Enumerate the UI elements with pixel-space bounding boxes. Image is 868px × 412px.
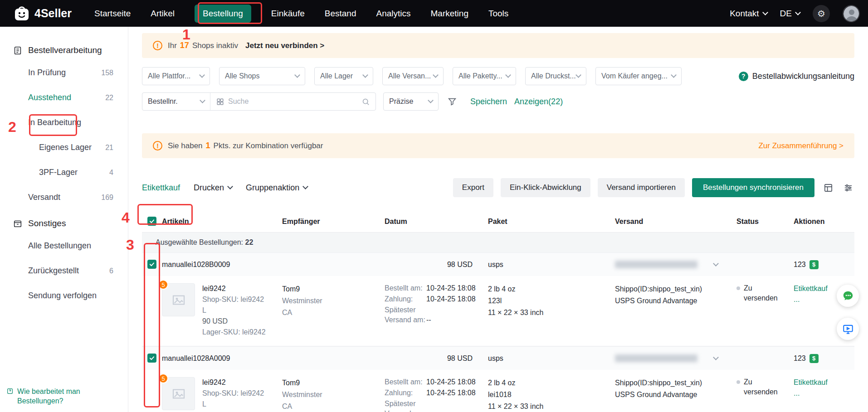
label-purchase-button[interactable]: Etikettkauf <box>142 183 180 193</box>
chevron-down-icon <box>199 72 205 78</box>
filter-shops[interactable]: Alle Shops <box>219 67 305 85</box>
package-code: lei1018 <box>488 389 615 401</box>
advanced-filter-button[interactable] <box>446 95 458 108</box>
item-price: 90 USD <box>202 316 266 327</box>
filter-versand[interactable]: Alle Versan... <box>382 67 444 85</box>
nav-tools[interactable]: Tools <box>488 9 508 19</box>
product-name[interactable]: lei9242 <box>202 283 266 294</box>
sidebar-item-eigenes-lager[interactable]: Eigenes Lager 21 <box>0 135 128 160</box>
export-button[interactable]: Export <box>453 178 493 197</box>
table-view-button[interactable] <box>822 181 834 194</box>
product-name[interactable]: lei9242 <box>202 377 266 388</box>
selected-orders-bar: Ausgewählte Bestellungen: 22 <box>142 233 854 252</box>
sidebar-item-versandt[interactable]: Versandt 169 <box>0 185 128 210</box>
help-link[interactable]: Wie bearbeitet man Bestellungen? <box>6 387 106 406</box>
sidebar-item-3pf-lager[interactable]: 3PF-Lager 4 <box>0 160 128 185</box>
select-all-checkbox[interactable] <box>147 217 156 226</box>
fulfillment-guide-link[interactable]: ? Bestellabwicklungsanleitung <box>739 72 854 81</box>
save-filter-link[interactable]: Speichern <box>470 97 507 107</box>
nav-analytics[interactable]: Analytics <box>376 9 411 19</box>
chevron-down-icon <box>294 72 300 78</box>
nav-startseite[interactable]: Startseite <box>94 9 131 19</box>
status-dot <box>736 380 740 384</box>
order-id[interactable]: manuallei1028A0009 <box>162 354 282 363</box>
count-badge: 6 <box>109 267 113 275</box>
app-logo[interactable]: 4Seller <box>14 5 72 22</box>
sync-orders-button[interactable]: Bestellungen synchronisieren <box>692 178 814 197</box>
chevron-down-icon[interactable] <box>713 354 719 360</box>
nav-bestand[interactable]: Bestand <box>325 9 356 19</box>
video-help-button[interactable] <box>837 318 859 340</box>
gear-icon: ⚙ <box>817 8 825 19</box>
item-price: 90 USD <box>202 410 266 412</box>
search-input[interactable] <box>228 97 358 106</box>
status-badge: Zu versenden <box>744 283 781 303</box>
nav-bestellung[interactable]: Bestellung <box>195 5 251 23</box>
filter-kaeufer[interactable]: Vom Käufer angeg... <box>595 67 682 85</box>
product-thumbnail[interactable]: 5 <box>162 283 195 316</box>
show-results-link[interactable]: Anzeigen(22) <box>514 97 563 107</box>
chevron-down-icon <box>200 97 205 103</box>
match-mode-select[interactable]: Präzise <box>383 92 439 111</box>
count-badge: 169 <box>101 194 113 202</box>
warning-icon: ! <box>153 41 162 50</box>
variant: L <box>202 305 266 316</box>
chevron-down-icon <box>575 72 581 78</box>
import-shipping-button[interactable]: Versand importieren <box>598 178 685 197</box>
column-settings-button[interactable] <box>842 181 854 194</box>
support-chat-button[interactable] <box>837 285 859 307</box>
order-id[interactable]: manuallei1028B0009 <box>162 261 282 269</box>
search-icon[interactable] <box>361 97 370 106</box>
order-checkbox[interactable] <box>147 260 156 269</box>
one-click-fulfillment-button[interactable]: Ein-Klick-Abwicklung <box>501 178 590 197</box>
filter-druckstatus[interactable]: Alle Druckst... <box>525 67 586 85</box>
language-dropdown[interactable]: DE <box>780 9 800 19</box>
column-settings-icon <box>843 183 853 193</box>
reconnect-link[interactable]: Jetzt neu verbinden > <box>245 41 324 50</box>
nav-marketing[interactable]: Marketing <box>431 9 468 19</box>
shop-sku: Shop-SKU: lei9242 <box>202 294 266 305</box>
kontakt-dropdown[interactable]: Kontakt <box>730 9 767 19</box>
sidebar-item-sendung-verfolgen[interactable]: Sendung verfolgen <box>0 283 128 308</box>
filter-pakettyp[interactable]: Alle Paketty... <box>453 67 516 85</box>
status-badge: Zu versenden <box>744 377 781 397</box>
nav-artikel[interactable]: Artikel <box>151 9 175 19</box>
print-dropdown[interactable]: Drucken <box>194 183 232 193</box>
combine-count: 1 <box>206 141 210 150</box>
shipping-service: USPS Ground Advantage <box>615 295 736 307</box>
sidebar-item-zurueckgestellt[interactable]: Zurückgestellt 6 <box>0 258 128 283</box>
sidebar-item-in-pruefung[interactable]: In Prüfung 158 <box>0 60 128 85</box>
check-icon <box>149 218 155 224</box>
more-actions[interactable]: ... <box>794 388 854 399</box>
group-action-dropdown[interactable]: Gruppenaktion <box>246 183 307 193</box>
redacted-shipping-info <box>615 261 697 268</box>
main-menu: Startseite Artikel Bestellung Einkäufe B… <box>94 5 508 23</box>
combine-alert: ! Sie haben 1 Pkts. zur Kombination verf… <box>142 133 854 158</box>
user-avatar[interactable] <box>843 5 860 22</box>
settings-button[interactable]: ⚙ <box>813 5 830 22</box>
top-nav: 4Seller Startseite Artikel Bestellung Ei… <box>0 0 868 27</box>
package-code: 123l <box>488 295 615 307</box>
logo-text: 4Seller <box>34 7 72 20</box>
sidebar-item-ausstehend[interactable]: Ausstehend 22 <box>0 85 128 110</box>
sidebar-item-in-bearbeitung[interactable]: In Bearbeitung <box>0 110 128 135</box>
chat-icon <box>840 288 856 304</box>
nav-einkaeufe[interactable]: Einkäufe <box>271 9 305 19</box>
variant: L <box>202 399 266 410</box>
order-checkbox[interactable] <box>147 354 156 363</box>
money-icon[interactable]: $ <box>809 260 819 269</box>
avatar-icon <box>844 6 860 22</box>
filter-lager[interactable]: Alle Lager <box>314 67 373 85</box>
money-icon[interactable]: $ <box>809 354 819 363</box>
shipping-provider: Shippo(ID:shippo_test_xin) <box>615 283 736 295</box>
chevron-down-icon[interactable] <box>713 261 719 267</box>
latest-ship-date: -- <box>426 315 431 325</box>
search-type-select[interactable]: Bestellnr. <box>142 93 210 110</box>
grid-icon <box>216 97 224 106</box>
merge-link[interactable]: Zur Zusammenführung > <box>758 141 844 150</box>
sidebar-item-alle-bestellungen[interactable]: Alle Bestellungen <box>0 233 128 258</box>
orders-table-header: Artikeln Empfänger Datum Paket Versand S… <box>142 211 854 233</box>
buy-label-action[interactable]: Etikettkauf <box>794 377 854 388</box>
filter-platforms[interactable]: Alle Plattfor... <box>142 67 210 85</box>
product-thumbnail[interactable]: 5 <box>162 377 195 410</box>
